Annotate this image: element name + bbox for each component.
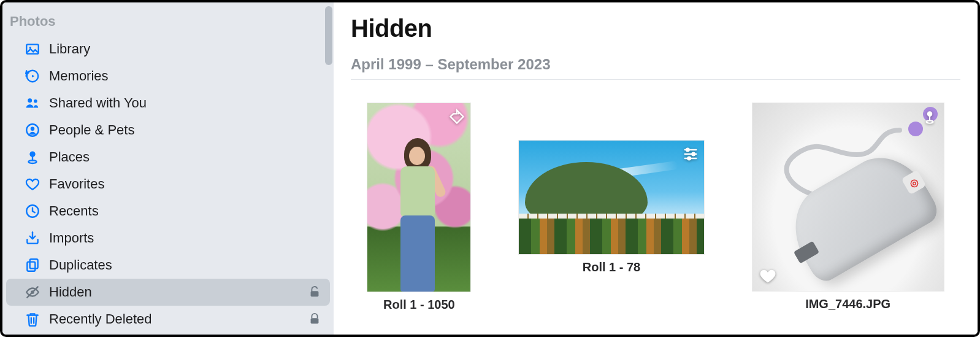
photo-image xyxy=(908,122,923,136)
page-title: Hidden xyxy=(351,15,960,42)
photo-cell: Roll 1 - 1050 xyxy=(367,103,470,312)
sidebar-item-label: Recents xyxy=(49,203,321,219)
photo-caption: IMG_7446.JPG xyxy=(805,297,890,311)
sidebar-item-people-pets[interactable]: People & Pets xyxy=(6,117,330,144)
sidebar-item-favorites[interactable]: Favorites xyxy=(6,171,330,198)
svg-point-18 xyxy=(687,157,691,160)
sidebar-item-label: Recently Deleted xyxy=(49,311,299,327)
adjustments-icon xyxy=(682,145,699,163)
hidden-icon xyxy=(25,284,40,300)
sidebar-item-places[interactable]: Places xyxy=(6,144,330,171)
sidebar-section-header: Photos xyxy=(2,11,334,36)
sidebar-item-memories[interactable]: Memories xyxy=(6,63,330,90)
svg-rect-13 xyxy=(311,291,319,296)
svg-point-16 xyxy=(686,148,689,151)
svg-point-8 xyxy=(29,160,37,163)
sidebar-item-label: Duplicates xyxy=(49,257,321,273)
photo-cell: Roll 1 - 78 xyxy=(519,141,704,274)
library-icon xyxy=(25,41,40,57)
sidebar-item-label: Hidden xyxy=(49,284,299,300)
sidebar-item-library[interactable]: Library xyxy=(6,36,330,63)
svg-rect-0 xyxy=(26,44,39,53)
sidebar-item-label: Favorites xyxy=(49,176,321,192)
favorites-icon xyxy=(25,176,40,192)
main-content: Hidden April 1999 – September 2023 Roll … xyxy=(334,2,978,335)
places-icon xyxy=(25,149,40,165)
sidebar-item-label: Memories xyxy=(49,68,321,84)
sidebar-item-label: Imports xyxy=(49,230,321,246)
photo-caption: Roll 1 - 1050 xyxy=(383,298,455,312)
photo-image xyxy=(387,132,448,292)
photo-image xyxy=(519,219,704,254)
sidebar-item-label: Places xyxy=(49,149,321,165)
photo-grid: Roll 1 - 1050 Roll 1 - 78 xyxy=(351,80,960,325)
trash-icon xyxy=(25,311,40,327)
locked-icon xyxy=(308,312,321,326)
svg-rect-11 xyxy=(27,262,35,271)
sidebar-item-label: Shared with You xyxy=(49,95,321,111)
tag-icon xyxy=(448,108,465,125)
svg-point-3 xyxy=(28,98,32,103)
imports-icon xyxy=(25,230,40,246)
recents-icon xyxy=(25,203,40,219)
sidebar-item-recents[interactable]: Recents xyxy=(6,198,330,225)
sidebar-item-shared[interactable]: Shared with You xyxy=(6,90,330,117)
svg-rect-14 xyxy=(311,318,319,323)
location-pin-icon xyxy=(922,109,938,125)
svg-point-20 xyxy=(926,120,933,123)
sidebar-item-duplicates[interactable]: Duplicates xyxy=(6,252,330,279)
svg-point-17 xyxy=(692,152,695,155)
svg-point-4 xyxy=(34,99,37,103)
svg-point-6 xyxy=(31,127,35,131)
favorite-icon xyxy=(759,266,777,285)
svg-rect-10 xyxy=(30,259,38,268)
sidebar-item-hidden[interactable]: Hidden xyxy=(6,279,330,306)
photo-thumbnail[interactable]: ◎ xyxy=(752,103,944,291)
page-subtitle: April 1999 – September 2023 xyxy=(351,56,960,73)
people-icon xyxy=(25,122,40,138)
sidebar-item-recently-deleted[interactable]: Recently Deleted xyxy=(6,306,330,333)
photo-thumbnail[interactable] xyxy=(367,103,470,292)
photo-cell: ◎ IMG_7446.JPG xyxy=(752,103,944,311)
sidebar-item-label: Library xyxy=(49,41,321,57)
unlocked-icon xyxy=(308,285,321,299)
photo-caption: Roll 1 - 78 xyxy=(583,260,640,274)
sidebar-item-imports[interactable]: Imports xyxy=(6,225,330,252)
shared-icon xyxy=(25,95,40,111)
sidebar: Photos Library Memories Shared with You … xyxy=(2,2,334,335)
sidebar-item-label: People & Pets xyxy=(49,122,321,138)
photo-thumbnail[interactable] xyxy=(519,141,704,254)
memories-icon xyxy=(25,68,40,84)
duplicates-icon xyxy=(25,257,40,273)
svg-point-15 xyxy=(458,112,460,114)
sidebar-scrollbar-thumb[interactable] xyxy=(325,6,332,65)
